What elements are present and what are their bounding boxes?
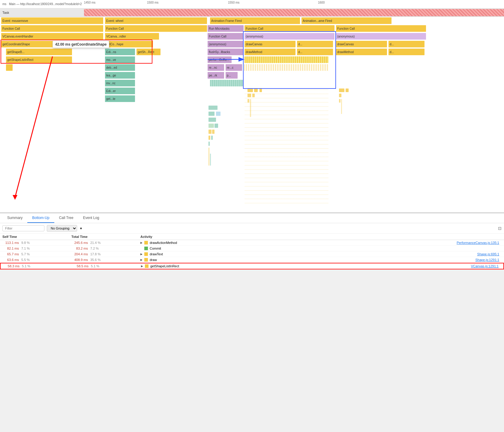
table-header: Self Time Total Time Activity xyxy=(0,234,504,240)
self-time-value: 82.1 ms xyxy=(2,247,19,250)
self-time-cell: 58.3 ms 5.1 % xyxy=(3,264,72,268)
draw-method-col4[interactable]: drawMethod xyxy=(244,49,296,55)
tab-summary[interactable]: Summary xyxy=(2,213,27,223)
total-time-value: 58.5 ms xyxy=(72,264,88,268)
anonymous-col3[interactable]: (anonymous) xyxy=(208,41,244,47)
total-time-value: 245.6 ms xyxy=(71,241,88,244)
self-pct-value: 7.1 % xyxy=(21,247,32,250)
table-row-highlighted[interactable]: 58.3 ms 5.1 % 58.5 ms 5.1 % ▶ getShapeLi… xyxy=(0,263,504,269)
fc-col4-r2[interactable]: Function Call xyxy=(244,25,334,32)
activity-link[interactable]: VCanvas.js:1291:1 xyxy=(471,264,501,268)
pe-rk[interactable]: pe...rk xyxy=(208,72,224,79)
activity-cell: ▶ drawActionMethod PerformanceCanvas.js:… xyxy=(140,241,502,244)
self-pct-value: 9.8 % xyxy=(21,241,32,244)
edi-ns[interactable]: Edi...ns xyxy=(105,49,135,55)
total-time-cell: 245.6 ms 21.4 % xyxy=(71,241,140,244)
timeline-container: ms Main — http://localhost:1800/249...mo… xyxy=(0,0,504,213)
flame-chart[interactable]: Task Event: mousemove Event: wheel Anima… xyxy=(0,8,504,212)
col-total-time: Total Time xyxy=(71,235,140,238)
mo-ve[interactable]: mo...ve xyxy=(105,56,135,63)
run-microtasks[interactable]: Run Microtasks xyxy=(208,25,244,32)
total-pct-value: 5.1 % xyxy=(91,264,101,268)
svg-marker-2 xyxy=(13,195,17,200)
get-te[interactable]: get...te xyxy=(105,95,135,102)
grouping-select[interactable]: No Grouping xyxy=(47,225,77,232)
fc-col1-r2[interactable]: Function Call xyxy=(1,25,103,32)
re-nc[interactable]: re...nc xyxy=(208,64,224,71)
draw-canvas-col4b[interactable]: d... xyxy=(297,41,333,47)
activity-link[interactable]: Shape.js:1291:1 xyxy=(475,258,502,262)
event-mousemove[interactable]: Event: mousemove xyxy=(1,17,103,24)
filter-input[interactable] xyxy=(2,225,44,231)
get-coord-shape-2[interactable]: getCo...hape xyxy=(105,41,153,47)
time-1450: 1450 ms xyxy=(84,1,95,4)
ruler-prefix: ms xyxy=(2,2,6,6)
activity-color-icon xyxy=(144,247,148,250)
fc-col3-r3[interactable]: Function Call xyxy=(208,33,244,40)
activity-cell: ▶ draw Shape.js:1291:1 xyxy=(140,258,502,262)
self-time-value: 63.6 ms xyxy=(2,258,19,262)
deb-ed[interactable]: deb...ed xyxy=(105,64,135,71)
draw-method-col4b[interactable]: d... xyxy=(297,49,333,55)
activity-link[interactable]: Shape.js:695:1 xyxy=(477,252,502,256)
self-pct-value: 5.7 % xyxy=(21,252,32,256)
expand-arrow[interactable]: ▶ xyxy=(140,258,142,261)
activity-name: draw xyxy=(150,258,157,262)
table-row[interactable]: 65.7 ms 5.7 % 204.4 ms 17.8 % ▶ drawText… xyxy=(0,251,504,257)
time-ruler: ms Main — http://localhost:1800/249...mo… xyxy=(0,0,504,8)
total-time-cell: 83.2 ms 7.2 % xyxy=(71,247,140,250)
re-c[interactable]: re...c xyxy=(226,64,242,71)
animation-frame-fired-1[interactable]: Animation Frame Fired xyxy=(210,17,300,24)
activity-color-icon xyxy=(145,264,148,268)
filter-row: No Grouping ▼ ⊡ xyxy=(0,223,504,234)
activity-link[interactable]: PerformanceCanvas.js:135:1 xyxy=(457,241,502,244)
inv-nc[interactable]: inv...nc xyxy=(105,80,135,86)
get-shape-list-rect-1[interactable]: getShapeListInRect xyxy=(6,56,72,63)
tab-bottom-up[interactable]: Bottom-Up xyxy=(27,213,54,223)
small-yellow-col1[interactable] xyxy=(6,64,13,71)
vcanvas-handler-2[interactable]: VCanva...ndler xyxy=(105,33,159,40)
lea-ge[interactable]: lea...ge xyxy=(105,72,135,79)
anonymous-col4[interactable]: (anonymous) xyxy=(244,33,334,40)
edi-er[interactable]: Edi...er xyxy=(105,88,135,94)
draw-canvas-col5[interactable]: drawCanvas xyxy=(336,41,387,47)
table-row[interactable]: 82.1 ms 7.1 % 83.2 ms 7.2 % ▶ Commit xyxy=(0,246,504,251)
activity-color-icon xyxy=(144,252,148,256)
p-dot[interactable]: p... xyxy=(226,72,238,79)
perfor-onre[interactable]: perfor...OnRe... xyxy=(208,56,232,63)
vcanvas-handler-1[interactable]: VCanvas.eventHandler xyxy=(1,33,103,40)
anonymous-col5[interactable]: (anonymous) xyxy=(336,33,426,40)
draw-method-col5b[interactable]: d... xyxy=(388,49,424,55)
table-row[interactable]: 63.6 ms 5.5 % 408.9 ms 35.6 % ▶ draw Sha… xyxy=(0,257,504,263)
expand-arrow[interactable]: ▶ xyxy=(140,241,142,244)
self-time-cell: 65.7 ms 5.7 % xyxy=(2,252,71,256)
get-shape-b[interactable]: getShapeB... xyxy=(6,49,72,55)
self-time-cell: 63.6 ms 5.5 % xyxy=(2,258,71,262)
total-pct-value: 17.8 % xyxy=(90,252,101,256)
expand-arrow[interactable]: ▶ xyxy=(141,265,143,268)
self-time-value: 65.7 ms xyxy=(2,252,19,256)
tab-call-tree[interactable]: Call Tree xyxy=(54,213,78,223)
table-body: 113.1 ms 9.8 % 245.6 ms 21.4 % ▶ drawAct… xyxy=(0,240,504,269)
time-1500: 1500 ms xyxy=(147,1,158,4)
draw-canvas-col5b[interactable]: d... xyxy=(388,41,424,47)
time-1600: 1600 xyxy=(318,1,325,4)
fc-col5-r2[interactable]: Function Call xyxy=(336,25,426,32)
panel-icon[interactable]: ⊡ xyxy=(498,226,502,231)
draw-method-col5[interactable]: drawMethod xyxy=(336,49,387,55)
table-row[interactable]: 113.1 ms 9.8 % 245.6 ms 21.4 % ▶ drawAct… xyxy=(0,240,504,246)
fc-col2-r2[interactable]: Function Call xyxy=(105,25,207,32)
event-wheel[interactable]: Event: wheel xyxy=(105,17,207,24)
activity-name: getShapeListInRect xyxy=(150,264,179,268)
animation-frame-fired-2[interactable]: Animation...ame Fired xyxy=(302,17,392,24)
activity-color-icon xyxy=(144,241,148,244)
time-1550: 1550 ms xyxy=(228,1,239,4)
total-time-value: 408.9 ms xyxy=(71,258,88,262)
total-pct-value: 35.6 % xyxy=(90,258,101,262)
tab-event-log[interactable]: Event Log xyxy=(78,213,104,223)
expand-arrow[interactable]: ▶ xyxy=(140,253,142,256)
get-sh-rect-col2[interactable]: getSh...Rect xyxy=(136,49,160,55)
tabs-row: Summary Bottom-Up Call Tree Event Log xyxy=(0,213,504,223)
flush-callbacks[interactable]: flushSy...llbacks xyxy=(208,49,244,55)
draw-canvas-col4[interactable]: drawCanvas xyxy=(244,41,296,47)
